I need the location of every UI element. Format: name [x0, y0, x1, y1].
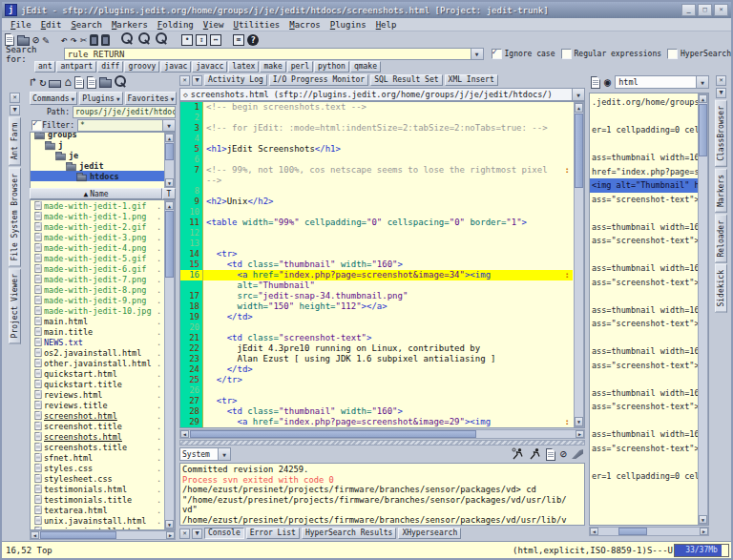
- file-row[interactable]: NEWS.txt.: [31, 337, 164, 347]
- structure-node[interactable]: ass=thumbnail width=160>: [590, 303, 698, 318]
- editor-row[interactable]: alt="Thumbnail": [180, 280, 573, 291]
- structure-node[interactable]: ass=thumbnail width=160>: [590, 386, 698, 401]
- new-file-icon[interactable]: [87, 76, 96, 89]
- file-row[interactable]: made-with-jedit-5.gif.: [31, 253, 164, 263]
- option-ignore-case[interactable]: Ignore case: [492, 49, 555, 59]
- filter-dropdown-icon[interactable]: ▼: [162, 120, 175, 131]
- structure-node[interactable]: [590, 455, 698, 469]
- menu-view[interactable]: View: [199, 20, 229, 30]
- run-icon[interactable]: [512, 446, 524, 464]
- file-row[interactable]: screenshots.title.: [31, 442, 164, 452]
- editor-row[interactable]: 15 <td class="thumbnail" width="160">: [180, 259, 573, 270]
- top-dock-close-icon[interactable]: ✕: [179, 75, 190, 86]
- file-row[interactable]: made-with-jedit-3.png.: [31, 232, 164, 242]
- mode-dropdown-icon[interactable]: ▼: [696, 76, 708, 88]
- buffer-switcher-icon[interactable]: ≡: [233, 34, 244, 46]
- editor-row[interactable]: 23 Alan Ezust [ using JDK 1.6 subpixel a…: [180, 354, 573, 364]
- structure-node[interactable]: ass="screenshot-text">: [590, 234, 698, 248]
- left-dock-close-icon[interactable]: ✕: [10, 93, 20, 103]
- file-row[interactable]: unix.javainstall.html.: [31, 515, 164, 526]
- commando-tab-make[interactable]: make: [260, 61, 285, 73]
- editor-row[interactable]: 21 <td class="screenshot-text">: [180, 333, 573, 343]
- directory-tree[interactable]: groupsjjejedithtdocs ▲ ▼: [30, 132, 176, 189]
- editor-row[interactable]: 6: [180, 155, 573, 165]
- shell-dropdown-icon[interactable]: ▼: [218, 448, 230, 460]
- structure-node[interactable]: [590, 510, 698, 525]
- scroll-up-icon[interactable]: ▲: [165, 134, 174, 142]
- cut-icon[interactable]: ✂: [80, 33, 87, 47]
- structure-node[interactable]: <img alt="Thumbnail" height: [590, 178, 698, 193]
- scroll-thumb[interactable]: [618, 528, 647, 535]
- search-history-dropdown-icon[interactable]: ▼: [471, 49, 483, 59]
- editor-hscrollbar[interactable]: ◀ ▶: [179, 429, 585, 439]
- dock-tab-classbrowser[interactable]: ClassBrowser: [715, 100, 727, 167]
- filter-input[interactable]: * ▼: [77, 119, 176, 132]
- scroll-thumb[interactable]: [575, 114, 583, 188]
- dock-tab-activity-log[interactable]: Activity Log: [204, 74, 267, 86]
- structure-node[interactable]: ass=thumbnail width=160>: [590, 427, 698, 442]
- tree-row[interactable]: groups: [31, 132, 164, 139]
- editor-row[interactable]: 27 <tr>: [180, 396, 573, 406]
- commando-tab-javac[interactable]: javac: [160, 61, 191, 73]
- menu-help[interactable]: Help: [371, 20, 402, 30]
- file-row[interactable]: made-with-jedit-8.png.: [31, 284, 164, 295]
- structure-node[interactable]: ass="screenshot-text">: [590, 276, 698, 290]
- editor-row[interactable]: 17 src="jedit-snap-34.thumbnail.png": [180, 291, 573, 301]
- file-row[interactable]: screenshots.html.: [31, 431, 164, 442]
- structure-scrollbar[interactable]: ▲ ▼: [698, 93, 708, 525]
- bottom-tab-console[interactable]: Console: [204, 528, 244, 539]
- structure-node[interactable]: ass="screenshot-text">: [590, 317, 698, 331]
- left-dock-menu-icon[interactable]: ▼: [10, 105, 20, 115]
- scroll-left-icon[interactable]: ◀: [31, 531, 39, 539]
- bottom-dock-close-icon[interactable]: ✕: [179, 529, 190, 539]
- structure-node[interactable]: ass=thumbnail width=160>: [590, 261, 698, 276]
- commando-tab-ant[interactable]: ant: [34, 61, 55, 73]
- split-vertical-icon[interactable]: ↔: [210, 34, 221, 46]
- fsb-menu-plugins[interactable]: Plugins▼: [79, 92, 122, 105]
- redo-icon[interactable]: ↷: [71, 33, 77, 47]
- commando-tab-python[interactable]: python: [314, 61, 349, 73]
- option-hypersearch[interactable]: HyperSearch: [667, 49, 731, 59]
- synchronize-icon[interactable]: [74, 76, 84, 89]
- run-again-icon[interactable]: [529, 446, 541, 464]
- tree-row[interactable]: je: [31, 150, 164, 160]
- home-icon[interactable]: ⌂: [64, 75, 71, 89]
- dock-tab-project-viewer[interactable]: Project Viewer: [9, 268, 21, 343]
- parent-dir-icon[interactable]: ↱: [30, 75, 36, 89]
- search-input[interactable]: rule RETURN ▼: [64, 48, 484, 60]
- split-horizontal-icon[interactable]: ↕: [196, 34, 207, 46]
- editor-row[interactable]: 28 <td class="thumbnail" width="160">: [180, 406, 573, 417]
- menu-utilities[interactable]: Utilities: [228, 20, 284, 30]
- dock-tab-xml-insert[interactable]: XML Insert: [445, 74, 498, 86]
- editor-row[interactable]: 26: [180, 385, 573, 396]
- scroll-down-icon[interactable]: ▼: [699, 515, 707, 524]
- file-row[interactable]: sfnet.html.: [31, 452, 164, 463]
- structure-node[interactable]: [590, 206, 698, 220]
- bottom-tab-hypersearch-results[interactable]: HyperSearch Results: [302, 528, 397, 539]
- structure-node[interactable]: er=1 cellpadding=0 cellspac: [590, 469, 698, 484]
- structure-node[interactable]: [590, 137, 698, 152]
- structure-node[interactable]: .jedit.org/home/groups/j/je: [590, 95, 698, 110]
- find-next-icon[interactable]: [138, 32, 153, 47]
- editor-row[interactable]: 22 jEdit 4.3pre10 running on Linux, cont…: [180, 343, 573, 354]
- console-output[interactable]: Committed revision 24259.Process svn exi…: [179, 463, 585, 526]
- structure-node[interactable]: [590, 248, 698, 262]
- checkbox-icon[interactable]: [561, 49, 572, 59]
- file-row[interactable]: styles.css.: [31, 463, 164, 473]
- scroll-thumb[interactable]: [190, 430, 476, 438]
- editor-row[interactable]: 20: [180, 322, 573, 333]
- find-member-icon[interactable]: ◉: [604, 75, 611, 89]
- structure-node[interactable]: er=1 cellpadding=0 cellspac: [590, 123, 698, 137]
- commando-tab-javacc[interactable]: javacc: [192, 61, 227, 73]
- file-row[interactable]: textarea.html.: [31, 505, 164, 515]
- buffer-dropdown-icon[interactable]: ▼: [572, 89, 584, 100]
- file-row[interactable]: made-with-jedit-4.png.: [31, 242, 164, 253]
- structure-node[interactable]: ass=thumbnail width=160>: [590, 344, 698, 359]
- file-row[interactable]: made-with-jedit-1.gif.: [31, 200, 164, 211]
- file-row[interactable]: quickstart.title.: [31, 379, 164, 389]
- file-row[interactable]: testimonials.html.: [31, 484, 164, 494]
- unsplit-icon[interactable]: •: [181, 34, 193, 46]
- structure-node[interactable]: ass="screenshot-text">: [590, 400, 698, 414]
- commando-tab-latex[interactable]: latex: [228, 61, 259, 73]
- structure-node[interactable]: [590, 372, 698, 386]
